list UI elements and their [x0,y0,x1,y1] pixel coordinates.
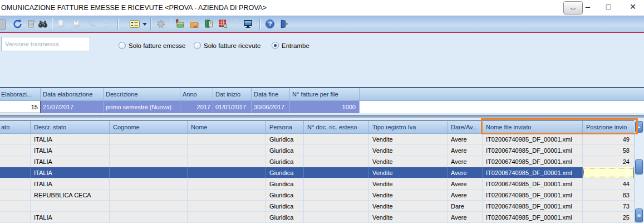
cell-posizione-invio[interactable]: 49 [583,134,635,144]
cell-posizione-invio[interactable]: 43 [583,167,635,178]
cell-nome[interactable] [188,190,266,200]
cell-stato[interactable] [0,167,31,178]
table-row[interactable]: ITALIA Giuridica Vendite Avere IT0200674… [0,134,644,145]
cell-n-doc[interactable] [304,156,369,167]
cell-stato[interactable] [0,145,31,156]
cell-tipo-registro[interactable]: Vendite [369,145,448,156]
resize-button[interactable]: ⇔ [563,1,583,14]
maximize-button[interactable]: □ [603,2,613,13]
cell-nome[interactable] [188,145,266,156]
cell-stato[interactable] [0,178,31,189]
cell-tipo-registro[interactable]: Vendite [369,156,448,167]
cell-tipo-registro[interactable]: Vendite [369,134,448,144]
cell-data-elaborazione[interactable]: 21/07/2017 [41,101,104,113]
cell-dare-avere[interactable]: Avere [448,167,483,178]
delete-trash-icon[interactable] [26,18,37,30]
cell-data-fine[interactable]: 30/06/2017 [252,101,290,113]
cell-tipo-registro[interactable]: Vendite [369,212,448,222]
cell-cognome[interactable] [110,190,188,200]
monitor-icon[interactable] [243,18,254,30]
col-header-data-elaborazione[interactable]: Data elaborazione [41,88,104,100]
cell-dare-avere[interactable]: Dare [448,201,483,211]
cell-posizione-invio[interactable]: 25 [583,212,635,222]
cell-descr-stato[interactable]: ITALIA [31,212,110,222]
cell-tipo-registro[interactable]: Vendite [369,178,448,189]
minimize-button[interactable]: – [583,2,592,13]
cell-dare-avere[interactable]: Avere [448,212,483,222]
scrollbar-grip[interactable]: ≡ [635,209,643,222]
field-list-dropdown-icon[interactable] [142,23,147,26]
col-header-dat-inizio[interactable]: Dat inizio [213,88,252,100]
cell-nome[interactable] [188,201,266,211]
cell-cognome[interactable] [110,156,188,167]
cell-dare-avere[interactable]: Avere [448,190,483,200]
ledger-book-icon[interactable] [203,18,214,30]
cell-persona[interactable]: Giuridica [266,190,304,200]
cell-n-doc[interactable] [304,145,369,156]
cell-cognome[interactable] [110,167,188,178]
col-header-nome-file[interactable]: Nome file inviato [483,121,583,133]
cell-descr-stato[interactable]: ITALIA [31,167,110,178]
cell-persona[interactable]: Giuridica [266,212,304,222]
cell-n-doc[interactable] [304,212,369,222]
cell-tipo-registro[interactable]: Vendite [369,201,448,211]
cell-cognome[interactable] [110,201,188,211]
table-row[interactable]: ITALIA Giuridica Vendite Avere IT0200674… [0,212,644,223]
cell-persona[interactable]: Giuridica [266,178,304,189]
cell-nome-file[interactable]: IT02006740985_DF_00001.xml [483,201,583,211]
cell-stato[interactable] [0,201,31,211]
search-binoculars-icon[interactable] [37,18,48,30]
radio-circle-icon[interactable] [119,42,126,49]
cell-descr-stato[interactable]: ITALIA [31,156,110,167]
col-header-dare-avere[interactable]: Dare/Av... [448,121,483,133]
cell-posizione-invio[interactable]: 83 [583,190,635,200]
cell-dare-avere[interactable]: Avere [448,156,483,167]
scroll-up-button[interactable]: ▲ [635,121,643,133]
col-header-stato[interactable]: ato [0,121,31,133]
cell-descr-stato[interactable]: REPUBBLICA CECA [31,190,110,200]
col-header-data-fine[interactable]: Data fine [252,88,290,100]
cell-n-fatture[interactable]: 1000 [290,101,360,113]
field-list-icon[interactable] [129,18,140,30]
cell-nome[interactable] [188,167,266,178]
cell-nome[interactable] [188,156,266,167]
col-header-anno[interactable]: Anno [180,88,213,100]
cell-nome[interactable] [188,178,266,189]
cell-descr-stato[interactable]: ITALIA [31,145,110,156]
col-header-n-fatture[interactable]: N° fatture per file [290,88,360,100]
cell-descr-stato[interactable]: ITALIA [31,134,110,144]
cell-nome-file[interactable]: IT02006740985_DF_00001.xml [483,145,583,156]
scrollbar-thumb[interactable] [635,159,643,174]
cell-nome-file[interactable]: IT02006740985_DF_00001.xml [483,134,583,144]
cell-n-doc[interactable] [304,167,369,178]
cell-cognome[interactable] [110,134,188,144]
cell-n-doc[interactable] [304,134,369,144]
cell-elaborazione-id[interactable]: 15 [0,101,41,113]
exit-icon[interactable] [278,18,289,30]
col-header-nome[interactable]: Nome [188,121,266,133]
radio-solo-fatture-emesse[interactable]: Solo fatture emesse [119,42,185,49]
cell-anno[interactable]: 2017 [180,101,213,113]
archive-icon[interactable] [175,18,186,30]
cell-nome-file[interactable]: IT02006740985_DF_00001.xml [483,212,583,222]
col-header-cognome[interactable]: Cognome [110,121,188,133]
refresh-icon[interactable] [12,18,23,30]
radio-entrambe[interactable]: Entrambe [272,42,309,49]
table-row[interactable]: ITALIA Giuridica Vendite Avere IT0200674… [0,145,644,156]
cell-cognome[interactable] [110,145,188,156]
cell-nome[interactable] [188,212,266,222]
radio-circle-icon[interactable] [194,42,201,49]
cell-stato[interactable] [0,156,31,167]
cell-nome-file[interactable]: IT02006740985_DF_00001.xml [483,156,583,167]
radio-solo-fatture-ricevute[interactable]: Solo fatture ricevute [194,42,260,49]
cell-descr-stato[interactable]: ITALIA [31,178,110,189]
cell-stato[interactable] [0,212,31,222]
col-header-posizione-invio[interactable]: Posizione invio [583,121,635,133]
table-search-icon[interactable] [218,18,229,30]
col-header-elaborazione[interactable]: Elaborazi... [0,88,41,100]
col-header-persona[interactable]: Persona [266,121,304,133]
cell-posizione-invio[interactable]: 73 [583,201,635,211]
cell-cognome[interactable] [110,178,188,189]
cell-nome-file[interactable]: IT02006740985_DF_00001.xml [483,178,583,189]
table-row[interactable]: ITALIA Giuridica Vendite Avere IT0200674… [0,167,644,178]
